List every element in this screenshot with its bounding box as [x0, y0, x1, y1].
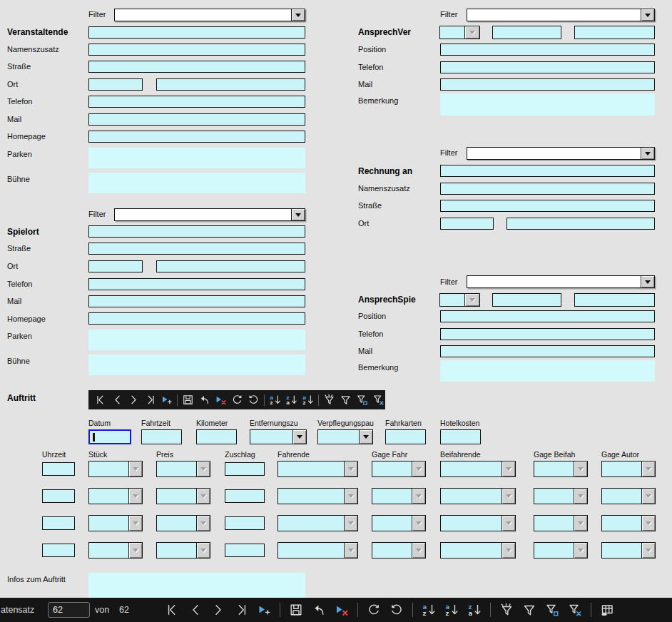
preis-combo[interactable]	[156, 461, 210, 477]
gage-fahr-combo[interactable]	[372, 488, 426, 504]
chevron-down-icon[interactable]	[344, 462, 357, 476]
form-based-filter-icon[interactable]	[545, 603, 559, 617]
first-record-icon[interactable]	[95, 394, 107, 406]
gage-autor-combo[interactable]	[601, 488, 656, 504]
anrede-combo[interactable]	[439, 293, 480, 307]
sort-ascending-icon[interactable]: az	[269, 394, 281, 406]
zuschlag-field[interactable]	[225, 544, 265, 557]
apply-filter-icon[interactable]	[340, 394, 352, 406]
gage-fahr-combo[interactable]	[372, 542, 426, 559]
chevron-down-icon[interactable]	[641, 516, 655, 531]
parken-field[interactable]	[88, 148, 305, 168]
undo-icon[interactable]	[198, 394, 210, 406]
strasse-field[interactable]	[88, 243, 305, 255]
zuschlag-field[interactable]	[225, 462, 265, 476]
gage-beifah-combo[interactable]	[534, 461, 588, 477]
chevron-down-icon[interactable]	[291, 9, 305, 21]
uhrzeit-field[interactable]	[42, 462, 75, 476]
chevron-down-icon[interactable]	[128, 543, 142, 558]
preis-combo[interactable]	[156, 488, 210, 504]
veranstaltende-filter-combo[interactable]	[114, 9, 305, 21]
sort-ascending-icon[interactable]: az	[422, 603, 436, 617]
delete-record-icon[interactable]	[215, 394, 227, 406]
homepage-field[interactable]	[88, 312, 305, 325]
chevron-down-icon[interactable]	[574, 462, 587, 476]
chevron-down-icon[interactable]	[196, 516, 210, 531]
gage-fahr-combo[interactable]	[372, 515, 426, 531]
homepage-field[interactable]	[88, 131, 305, 143]
gage-beifah-combo[interactable]	[534, 542, 588, 559]
chevron-down-icon[interactable]	[128, 516, 142, 531]
anrede-combo[interactable]	[439, 26, 480, 39]
uhrzeit-field[interactable]	[42, 489, 75, 503]
chevron-down-icon[interactable]	[344, 516, 357, 531]
nachname-field[interactable]	[574, 293, 655, 307]
next-record-icon[interactable]	[211, 603, 225, 617]
gage-autor-combo[interactable]	[601, 542, 656, 559]
chevron-down-icon[interactable]	[344, 543, 357, 558]
entfernungszu-combo[interactable]	[250, 429, 307, 444]
fahrende-combo[interactable]	[278, 461, 358, 477]
next-record-icon[interactable]	[128, 394, 140, 406]
chevron-down-icon[interactable]	[502, 516, 515, 531]
chevron-down-icon[interactable]	[502, 462, 515, 476]
infos-zum-auftritt-field[interactable]	[88, 573, 305, 598]
first-record-icon[interactable]	[166, 603, 180, 617]
telefon-field[interactable]	[440, 61, 655, 73]
uhrzeit-field[interactable]	[42, 516, 75, 530]
gage-beifah-combo[interactable]	[534, 515, 588, 531]
spielort-name-field[interactable]	[88, 225, 305, 238]
zuschlag-field[interactable]	[225, 489, 265, 503]
form-based-filter-icon[interactable]	[356, 394, 368, 406]
save-record-icon[interactable]	[289, 603, 303, 617]
uhrzeit-field[interactable]	[42, 544, 75, 557]
reset-filter-icon[interactable]	[568, 603, 582, 617]
undo-icon[interactable]	[312, 603, 326, 617]
data-source-as-table-icon[interactable]	[600, 603, 614, 617]
fahrkarten-field[interactable]	[385, 429, 426, 444]
beifahrende-combo[interactable]	[440, 542, 516, 559]
bemerkung-field[interactable]	[440, 360, 655, 382]
mail-field[interactable]	[440, 78, 655, 91]
chevron-down-icon[interactable]	[128, 489, 142, 504]
strasse-field[interactable]	[440, 200, 655, 212]
position-field[interactable]	[440, 310, 655, 322]
gage-autor-combo[interactable]	[601, 515, 656, 531]
chevron-down-icon[interactable]	[641, 276, 654, 287]
spielort-filter-combo[interactable]	[114, 208, 305, 221]
chevron-down-icon[interactable]	[412, 543, 425, 558]
mail-field[interactable]	[88, 295, 305, 307]
chevron-down-icon[interactable]	[128, 462, 142, 476]
fahrtzeit-field[interactable]	[141, 429, 182, 444]
bemerkung-field[interactable]	[440, 93, 655, 116]
last-record-icon[interactable]	[144, 394, 156, 406]
telefon-field[interactable]	[440, 328, 655, 340]
sort-descending-icon[interactable]: za	[467, 603, 482, 617]
beifahrende-combo[interactable]	[440, 515, 516, 531]
new-record-icon[interactable]	[257, 603, 271, 617]
gage-fahr-combo[interactable]	[372, 461, 426, 477]
auto-filter-icon[interactable]	[323, 394, 335, 406]
sort-descending-icon[interactable]: za	[285, 394, 297, 406]
datum-field[interactable]	[88, 429, 131, 444]
chevron-down-icon[interactable]	[196, 462, 210, 476]
mail-field[interactable]	[440, 345, 655, 357]
preis-combo[interactable]	[156, 515, 210, 531]
chevron-down-icon[interactable]	[359, 430, 372, 444]
chevron-down-icon[interactable]	[196, 489, 210, 504]
buehne-field[interactable]	[88, 173, 305, 193]
mail-field[interactable]	[88, 113, 305, 126]
stueck-combo[interactable]	[88, 461, 143, 477]
preis-combo[interactable]	[156, 542, 210, 559]
hotelkosten-field[interactable]	[440, 429, 481, 444]
sort-ascending-icon[interactable]: az	[444, 603, 459, 617]
plz-field[interactable]	[88, 260, 143, 272]
chevron-down-icon[interactable]	[641, 9, 654, 21]
stueck-combo[interactable]	[88, 515, 143, 531]
ort-field[interactable]	[156, 78, 305, 91]
rechnung-name-field[interactable]	[440, 165, 655, 177]
previous-record-icon[interactable]	[188, 603, 203, 617]
chevron-down-icon[interactable]	[574, 489, 587, 504]
plz-field[interactable]	[440, 218, 494, 230]
parken-field[interactable]	[88, 330, 305, 350]
